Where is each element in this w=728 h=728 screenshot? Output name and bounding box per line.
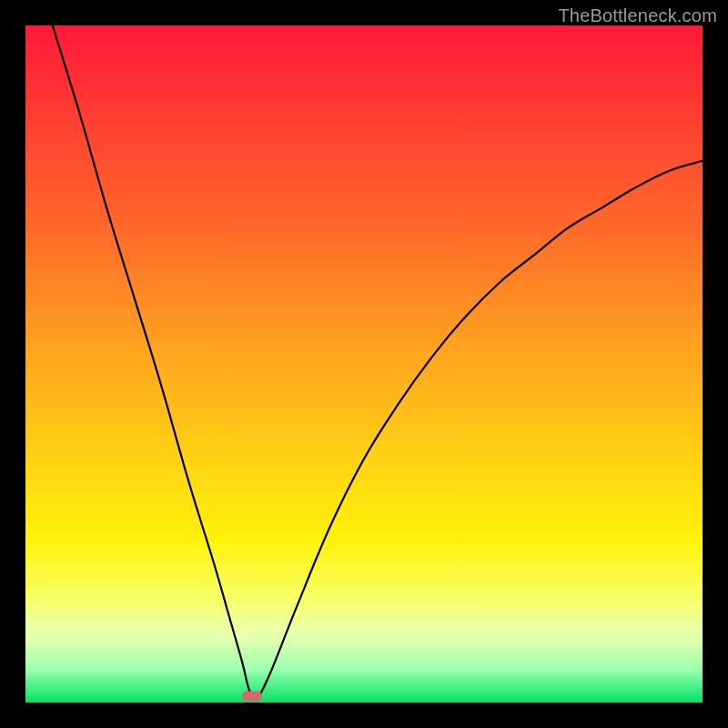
optimum-marker (242, 691, 262, 701)
bottleneck-curve (25, 25, 703, 703)
watermark-text: TheBottleneck.com (558, 5, 717, 26)
plot-area (25, 25, 703, 703)
chart-frame: TheBottleneck.com (0, 0, 728, 728)
